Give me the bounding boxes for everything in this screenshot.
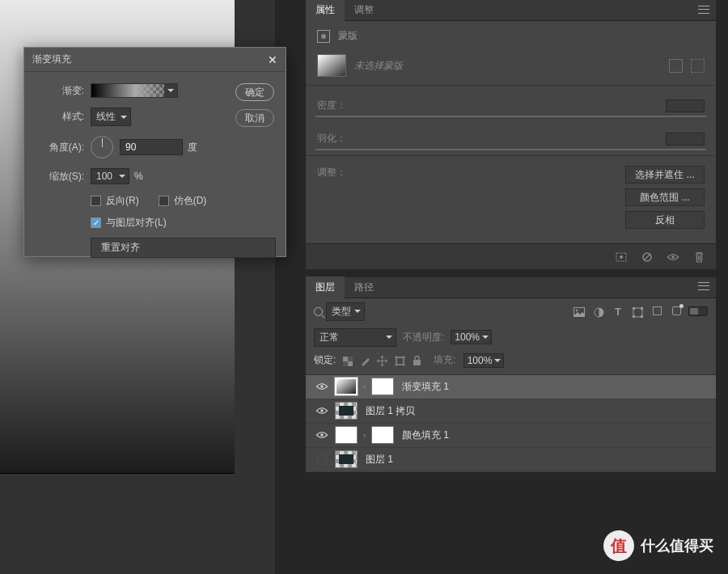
tab-paths[interactable]: 路径 — [345, 276, 383, 298]
apply-mask-icon[interactable] — [640, 251, 654, 263]
pixel-mask-icon[interactable] — [669, 59, 683, 73]
svg-point-23 — [320, 385, 324, 388]
filter-artboard-icon[interactable] — [671, 306, 682, 318]
lock-transparency-icon[interactable] — [343, 355, 353, 366]
reset-alignment-button[interactable]: 重置对齐 — [91, 238, 276, 258]
opacity-label: 不透明度: — [403, 331, 444, 344]
lock-pixels-icon[interactable] — [360, 355, 370, 366]
filter-image-icon[interactable] — [574, 306, 585, 318]
tab-adjustments[interactable]: 调整 — [345, 0, 383, 21]
panel-menu-icon[interactable] — [698, 281, 709, 293]
reverse-checkbox[interactable] — [91, 196, 101, 206]
visibility-toggle[interactable] — [314, 431, 330, 439]
svg-rect-9 — [633, 307, 635, 310]
gradient-picker[interactable] — [91, 83, 178, 98]
cancel-button[interactable]: 取消 — [235, 109, 274, 127]
svg-rect-16 — [343, 361, 348, 366]
visibility-toggle[interactable] — [314, 454, 330, 464]
properties-panel-body: 蒙版 未选择蒙版 密度： 羽化： 调整： 选择并遮住 ... 颜色范围 ... — [306, 21, 716, 243]
svg-point-25 — [320, 433, 324, 437]
angle-dial[interactable] — [91, 136, 113, 158]
panel-menu-icon[interactable] — [698, 5, 709, 16]
mask-thumbnail[interactable] — [371, 378, 394, 395]
lock-row: 锁定: 填充: 100% — [306, 350, 716, 375]
density-slider[interactable] — [315, 116, 706, 117]
mask-thumbnail[interactable] — [317, 54, 346, 77]
density-input[interactable] — [666, 99, 705, 112]
layer-name[interactable]: 渐变填充 1 — [402, 380, 449, 394]
angle-input[interactable] — [120, 139, 183, 155]
load-selection-icon[interactable] — [614, 251, 629, 262]
dither-checkbox[interactable] — [159, 196, 169, 206]
scale-unit: % — [134, 171, 143, 182]
filter-shape-icon[interactable] — [632, 306, 643, 318]
layer-thumbnail[interactable] — [335, 426, 358, 444]
adjust-label: 调整： — [317, 166, 346, 179]
select-and-mask-button[interactable]: 选择并遮住 ... — [625, 166, 705, 184]
lock-position-icon[interactable] — [377, 355, 387, 366]
chevron-down-icon — [354, 310, 361, 313]
link-icon[interactable]: ⬨ — [362, 382, 366, 390]
svg-rect-15 — [348, 357, 353, 361]
layer-name[interactable]: 颜色填充 1 — [402, 428, 449, 442]
feather-input[interactable] — [666, 133, 705, 146]
tab-layers[interactable]: 图层 — [306, 276, 345, 298]
scale-select[interactable]: 100 — [91, 168, 129, 184]
fill-input[interactable]: 100% — [463, 353, 505, 368]
dialog-title: 渐变填充 — [32, 53, 71, 66]
link-icon[interactable]: ⬨ — [362, 431, 366, 439]
reverse-label: 反向(R) — [106, 194, 139, 208]
search-icon — [314, 307, 323, 316]
filter-smartobj-icon[interactable] — [651, 306, 662, 318]
layer-thumbnail[interactable] — [335, 378, 358, 395]
mask-type-icon — [317, 30, 330, 43]
svg-rect-22 — [413, 360, 421, 365]
style-select[interactable]: 线性 — [91, 108, 131, 126]
chevron-down-icon — [167, 89, 174, 92]
layer-thumbnail[interactable] — [335, 450, 358, 468]
style-label: 样式: — [34, 110, 84, 124]
layer-thumbnail[interactable] — [335, 402, 358, 420]
angle-label: 角度(A): — [34, 141, 84, 154]
layer-row[interactable]: 图层 1 拷贝 — [306, 399, 716, 424]
svg-point-1 — [620, 255, 623, 259]
filter-type-select[interactable]: 类型 — [326, 302, 365, 321]
close-icon[interactable]: ✕ — [268, 53, 277, 66]
filter-text-icon[interactable]: T — [612, 306, 624, 318]
svg-point-24 — [320, 409, 324, 412]
dialog-titlebar[interactable]: 渐变填充 ✕ — [24, 48, 286, 72]
tab-properties[interactable]: 属性 — [306, 0, 345, 21]
align-checkbox[interactable] — [91, 217, 101, 228]
chevron-down-icon — [494, 359, 501, 362]
visibility-icon[interactable] — [666, 251, 680, 262]
invert-button[interactable]: 反相 — [625, 211, 705, 229]
svg-point-4 — [671, 255, 675, 259]
layer-row[interactable]: ⬨ 渐变填充 1 — [306, 375, 716, 399]
chevron-down-icon — [386, 336, 392, 339]
delete-icon[interactable] — [692, 251, 706, 263]
mask-heading: 蒙版 — [338, 29, 358, 43]
watermark-text: 什么值得买 — [641, 536, 713, 555]
layer-name[interactable]: 图层 1 拷贝 — [366, 404, 415, 418]
visibility-toggle[interactable] — [314, 382, 330, 390]
layer-row[interactable]: 图层 1 — [306, 448, 716, 472]
vector-mask-icon[interactable] — [691, 59, 705, 73]
layer-name[interactable]: 图层 1 — [366, 453, 393, 466]
svg-rect-14 — [348, 361, 353, 366]
mask-thumbnail[interactable] — [371, 426, 394, 444]
visibility-toggle[interactable] — [314, 407, 330, 415]
blend-mode-select[interactable]: 正常 — [314, 328, 396, 347]
svg-rect-13 — [343, 357, 348, 361]
properties-tabs: 属性 调整 — [306, 0, 716, 21]
lock-all-icon[interactable] — [413, 355, 421, 366]
color-range-button[interactable]: 颜色范围 ... — [625, 188, 705, 206]
filter-adjust-icon[interactable] — [593, 306, 604, 318]
opacity-input[interactable]: 100% — [451, 330, 492, 344]
lock-artboard-icon[interactable] — [395, 355, 405, 366]
layer-row[interactable]: ⬨ 颜色填充 1 — [306, 424, 716, 448]
feather-slider[interactable] — [315, 149, 706, 150]
filter-toggle[interactable] — [688, 306, 708, 316]
scale-label: 缩放(S): — [34, 170, 84, 184]
svg-rect-12 — [641, 315, 643, 318]
ok-button[interactable]: 确定 — [235, 83, 274, 101]
